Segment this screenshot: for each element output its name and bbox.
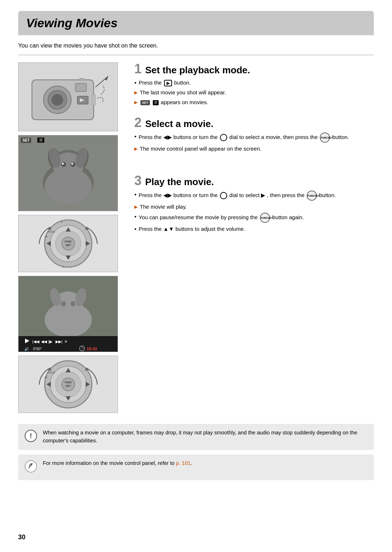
svg-text:|▶: |▶ <box>48 339 53 344</box>
dial-svg-1: FUNC SET ISO左 MF A <box>28 216 108 271</box>
svg-point-3 <box>52 94 63 106</box>
step-3-bullet-4-text: Press the ▲▼ buttons to adjust the volum… <box>139 225 245 233</box>
page: Viewing Movies You can view the movies y… <box>0 0 392 552</box>
page-number: 30 <box>18 533 25 541</box>
dial-image-1: FUNC SET ISO左 MF A <box>18 215 118 272</box>
warning-icon-svg: ! <box>25 430 37 442</box>
main-content: SET 🎬 <box>18 62 374 413</box>
svg-point-27 <box>62 163 64 165</box>
title-bar: Viewing Movies <box>18 11 374 35</box>
step-1-bullet-1: ● Press the ▶ button. <box>134 79 374 86</box>
pencil-icon <box>25 460 37 475</box>
warning-note: ! When watching a movie on a computer, f… <box>18 424 374 450</box>
func-button-icon-2: FUNCSET <box>307 191 317 201</box>
bullet-circle-icon-2: ● <box>134 134 136 139</box>
dial-svg-2: FUNC SET ISO左 MF <box>28 357 108 412</box>
page-link[interactable]: p. 101 <box>176 460 191 466</box>
svg-text:▶▶|: ▶▶| <box>56 339 62 344</box>
dial-icon-inline <box>220 134 227 141</box>
step-1-bullet-2-text: The last movie you shot will appear. <box>140 89 226 96</box>
svg-text:ISO左: ISO左 <box>48 230 55 233</box>
step-2-title: Select a movie. <box>145 118 213 130</box>
svg-text:ISO左: ISO左 <box>48 371 55 374</box>
step-1-bullet-2: ▶ The last movie you shot will appear. <box>134 89 374 96</box>
step-3-bullet-3-text: You can pause/resume the movie by pressi… <box>139 213 304 223</box>
svg-text:✕: ✕ <box>64 339 68 344</box>
step-1-bullet-1-text: Press the ▶ button. <box>139 79 191 86</box>
step-2-bullets: ● Press the ◀▶ buttons or turn the dial … <box>134 132 374 152</box>
dog-svg-1 <box>19 135 118 211</box>
step-3: 3 Play the movie. ● Press the ◀▶ buttons… <box>134 174 374 233</box>
warning-note-text: When watching a movie on a computer, fra… <box>43 429 367 445</box>
svg-text:!: ! <box>30 432 32 439</box>
svg-text:MF: MF <box>45 236 48 238</box>
svg-text:◀◀: ◀◀ <box>41 339 47 344</box>
camera-diagram-svg <box>25 65 112 129</box>
step-3-bullet-1: ● Press the ◀▶ buttons or turn the dial … <box>134 191 374 201</box>
step-1-header: 1 Set the playback mode. <box>134 62 374 76</box>
svg-point-51 <box>61 301 66 306</box>
svg-text:FUNC: FUNC <box>65 381 72 384</box>
left-column: SET 🎬 <box>18 62 123 413</box>
step-3-bullets: ● Press the ◀▶ buttons or turn the dial … <box>134 191 374 233</box>
bullet-circle-icon-4: ● <box>134 214 136 219</box>
movie-badge: 🎬 <box>37 138 44 143</box>
svg-text:SET: SET <box>66 244 71 246</box>
step-1-number: 1 <box>134 62 142 75</box>
svg-text:MF: MF <box>45 376 48 379</box>
step-3-bullet-2-text: The movie will play. <box>140 203 187 210</box>
pencil-icon-svg <box>25 460 37 473</box>
playback-button-icon: ▶ <box>164 80 172 86</box>
step-2-bullet-2: ▶ The movie control panel will appear on… <box>134 145 374 152</box>
svg-rect-8 <box>79 78 85 81</box>
func-button-icon-3: FUNCSET <box>260 213 270 223</box>
step-1-bullet-3: ▶ SET 🎬 appears on movies. <box>134 98 374 106</box>
bullet-circle-icon-3: ● <box>134 192 136 197</box>
step-2-bullet-2-text: The movie control panel will appear on t… <box>140 145 261 152</box>
movie-screen-svg: |◀◀ ◀◀ |▶ ▶▶| ✕ 🔊 0'00" 19:43 <box>19 276 118 352</box>
svg-text:🔊: 🔊 <box>24 347 29 351</box>
func-button-icon: FUNCSET <box>320 132 330 143</box>
svg-point-69 <box>62 378 75 391</box>
step-1-bullets: ● Press the ▶ button. ▶ The last movie y… <box>134 79 374 106</box>
step-1-bullet-3-text: SET 🎬 appears on movies. <box>140 98 208 106</box>
dial-icon-inline-2 <box>220 192 227 199</box>
bullet-arrow-icon-4: ▶ <box>134 146 138 152</box>
set-badge-inline: SET <box>140 100 150 106</box>
bullet-arrow-icon-2: ▶ <box>134 90 138 96</box>
step-3-bullet-2: ▶ The movie will play. <box>134 203 374 210</box>
svg-point-32 <box>62 237 75 250</box>
dog-image-1: SET 🎬 <box>18 135 118 211</box>
svg-rect-9 <box>92 94 95 105</box>
step-1-title: Set the playback mode. <box>145 65 250 76</box>
movie-badge-inline: 🎬 <box>153 100 159 105</box>
movie-screen-image: |◀◀ ◀◀ |▶ ▶▶| ✕ 🔊 0'00" 19:43 <box>18 276 118 352</box>
bullet-arrow-icon-5: ▶ <box>134 204 138 210</box>
section-divider <box>18 55 374 55</box>
right-column: 1 Set the playback mode. ● Press the ▶ b… <box>123 62 374 413</box>
svg-text:A: A <box>63 266 65 268</box>
step-2-bullet-1: ● Press the ◀▶ buttons or turn the dial … <box>134 132 374 143</box>
svg-point-52 <box>70 301 75 306</box>
camera-hand-image <box>18 62 118 131</box>
svg-text:|◀◀: |◀◀ <box>32 339 40 344</box>
pencil-note: For more information on the movie contro… <box>18 454 374 480</box>
dial-image-2: FUNC SET ISO左 MF <box>18 356 118 413</box>
pencil-note-text: For more information on the movie contro… <box>43 459 192 467</box>
bullet-arrow-icon-3: ▶ <box>134 99 138 106</box>
bullet-circle-icon-5: ● <box>134 226 136 232</box>
step-3-title: Play the movie. <box>145 176 214 188</box>
set-badge: SET <box>21 138 31 143</box>
step-3-bullet-4: ● Press the ▲▼ buttons to adjust the vol… <box>134 225 374 233</box>
step-3-bullet-1-text: Press the ◀▶ buttons or turn the dial to… <box>139 191 336 201</box>
intro-text: You can view the movies you have shot on… <box>18 42 374 49</box>
warning-icon: ! <box>25 430 37 445</box>
page-title: Viewing Movies <box>26 16 366 30</box>
svg-text:SET: SET <box>66 385 71 387</box>
svg-text:A: A <box>61 221 63 223</box>
step-3-number: 3 <box>134 174 142 187</box>
svg-rect-4 <box>75 83 86 91</box>
step-1: 1 Set the playback mode. ● Press the ▶ b… <box>134 62 374 106</box>
step-2-number: 2 <box>134 116 142 129</box>
step-2: 2 Select a movie. ● Press the ◀▶ buttons… <box>134 116 374 152</box>
